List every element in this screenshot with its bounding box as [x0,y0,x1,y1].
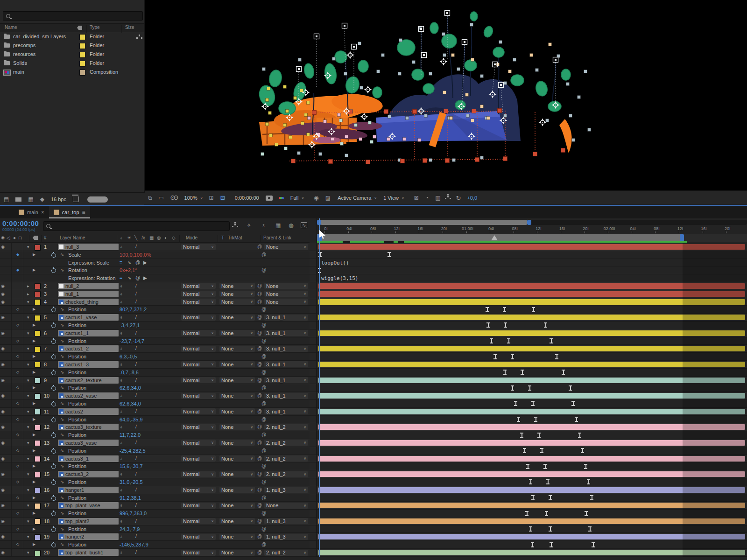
quality-switch-icon[interactable]: / [135,550,137,555]
keyframe-icon[interactable] [529,526,532,532]
layer-visibility-icon[interactable]: ◉ [1,300,5,304]
region-of-interest-icon[interactable]: ⊡ [220,195,225,201]
vr-goggles-icon[interactable]: ʘʘ [170,195,177,201]
keyframe-icon[interactable] [575,417,578,422]
expand-toggle-icon[interactable]: ▾ [27,519,29,524]
layer-visibility-icon[interactable]: ◉ [1,534,5,539]
magnification-dropdown[interactable]: 100% [184,195,197,201]
stopwatch-icon[interactable] [51,386,56,391]
property-name[interactable]: Position [68,401,86,406]
graph-toggle-icon[interactable]: ∿ [60,338,64,343]
resolution-dropdown[interactable]: Full [290,195,299,201]
parent-pickwhip-icon[interactable]: @ [257,393,262,398]
keyframe-icon[interactable] [584,464,587,469]
graph-toggle-icon[interactable]: ∿ [60,322,64,328]
layer-label-chip[interactable] [35,487,41,493]
collapse-icon[interactable]: ☀ [127,235,131,240]
shy-switch-icon[interactable]: ♁ [120,362,123,367]
expand-toggle-icon[interactable]: ▾ [27,393,29,398]
tab-label[interactable]: car_top [62,210,79,215]
keyframe-icon[interactable] [523,448,526,453]
graph-editor-icon[interactable]: ∿ [301,222,307,228]
layer-row[interactable]: ◉▸3null_1♁/Normal∨None∨@None∨ [0,290,747,298]
graph-toggle-icon[interactable]: ∿ [60,267,64,273]
parent-dropdown[interactable]: 1. null_3∨ [264,518,308,524]
layer-duration-bar[interactable] [318,487,745,493]
stopwatch-icon[interactable] [51,268,56,273]
trkmat-dropdown[interactable]: None∨ [219,471,255,477]
layer-row[interactable]: ◉▾10cactus2_vase♁/Normal∨None∨@3. null_1… [0,392,747,400]
next-keyframe-icon[interactable]: ▶ [33,527,35,531]
parent-dropdown[interactable]: 2. null_2∨ [264,550,308,556]
keyframe-icon[interactable] [585,511,588,516]
layer-visibility-icon[interactable]: ◉ [1,456,5,461]
interpret-footage-icon[interactable]: ◆ [40,196,44,203]
parent-pickwhip-icon[interactable]: @ [257,346,262,351]
layer-visibility-icon[interactable]: ◉ [1,284,5,288]
layer-duration-bar[interactable] [318,244,745,250]
video-column-icon[interactable]: ◉ [1,235,5,240]
mode-dropdown[interactable]: Normal∨ [181,346,216,352]
next-keyframe-icon[interactable]: ▶ [33,542,35,546]
parent-dropdown[interactable]: None∨ [264,291,308,297]
property-row[interactable]: ◇▶∿Position-23,7,-14,7@ [0,337,747,345]
graph-toggle-icon[interactable]: ∿ [60,479,64,484]
layer-row[interactable]: ◉▾16hanger1♁/Normal∨None∨@1. null_3∨ [0,486,747,494]
property-row[interactable]: Expression: Rotation=∿@▶wiggle(3,15) [0,274,747,282]
layer-label-chip[interactable] [35,518,41,525]
layer-duration-bar[interactable] [318,330,745,336]
quality-icon[interactable]: ╲ [134,235,137,240]
close-icon[interactable]: × [41,209,44,216]
keyframe-navigator-diamond[interactable]: ◇ [16,417,19,421]
property-value[interactable]: 64,0,-35,9 [120,417,143,422]
trkmat-column[interactable]: TrkMat [228,235,242,240]
index-column[interactable]: # [44,235,47,240]
quality-switch-icon[interactable]: / [135,424,137,429]
trkmat-dropdown[interactable]: None∨ [219,346,255,352]
layer-name[interactable]: cactus2_vase [65,393,97,399]
layer-duration-bar[interactable] [318,456,745,462]
target-region-icon[interactable]: ◉ [314,195,318,201]
layer-row[interactable]: ◉▾1null_3♁/Normal∨@None∨ [0,243,747,251]
expand-toggle-icon[interactable]: ▾ [27,534,29,539]
chevron-down-icon[interactable]: ∨ [200,196,203,200]
keyframe-icon[interactable] [503,307,506,312]
property-row[interactable]: ◆▶∿Scale100,0,100,0%@ [0,251,747,259]
layer-label-chip[interactable] [35,550,41,556]
property-row[interactable]: ◇▶∿Position24,3,-7,9@ [0,525,747,533]
layer-label-chip[interactable] [35,346,41,352]
layer-name-cell[interactable]: cactus3_1 [58,455,119,462]
layer-duration-bar[interactable] [318,378,745,383]
layer-row[interactable]: ◉▾5cactus1_vase♁/Normal∨None∨@3. null_1∨ [0,314,747,322]
layer-duration-bar[interactable] [318,550,745,555]
shy-switch-icon[interactable]: ♁ [120,440,123,445]
property-pickwhip-icon[interactable]: @ [261,401,266,406]
property-row[interactable]: Expression: Scale=∿@▶loopOut() [0,259,747,267]
project-row[interactable]: SolidsFolder [0,59,144,68]
composition-viewer[interactable] [145,0,747,190]
property-name[interactable]: Rotation [68,267,87,273]
layer-label-chip[interactable] [35,299,41,305]
trkmat-dropdown[interactable]: None∨ [219,377,255,383]
property-row[interactable]: ◇▶∿Position6,3,-0,5@ [0,353,747,361]
layer-name-cell[interactable]: hanger2 [58,533,119,540]
layer-name-cell[interactable]: cactus2 [58,408,119,415]
property-name[interactable]: Position [68,354,86,359]
shy-switch-icon[interactable]: ♁ [120,424,123,429]
parent-pickwhip-icon[interactable]: @ [257,315,262,320]
composition-marker[interactable] [491,235,498,240]
mode-dropdown[interactable]: Normal∨ [181,408,216,414]
layer-row[interactable]: ◉▾19hanger2♁/Normal∨None∨@1. null_3∨ [0,533,747,541]
parent-dropdown[interactable]: 3. null_1∨ [264,330,308,336]
property-pickwhip-icon[interactable]: @ [261,385,266,390]
audio-column-icon[interactable]: ◁ [7,235,10,240]
layer-label-chip[interactable] [35,362,41,368]
layer-name[interactable]: cactus1_vase [65,315,97,320]
frame-blend-icon[interactable]: ▦ [149,235,154,240]
shy-switch-icon[interactable]: ♁ [120,315,123,320]
project-item-name[interactable]: resources [13,50,35,59]
graph-toggle-icon[interactable]: ∿ [60,307,64,312]
expression-icon[interactable]: ▶ [143,275,147,280]
property-value[interactable]: 91,2,38,1 [120,495,141,501]
layer-name-cell[interactable]: cactus3_texture [58,424,119,430]
